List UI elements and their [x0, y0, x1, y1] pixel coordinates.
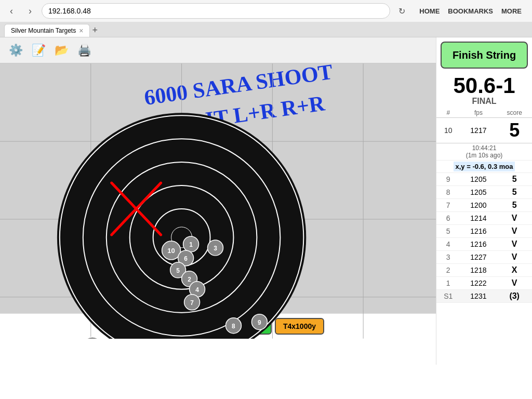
new-tab-button[interactable]: + [92, 25, 98, 36]
shot-ago: (1m 10s ago) [436, 152, 532, 159]
tab-oto-lr-t2[interactable]: Oto-LR-T2 [167, 318, 219, 335]
target-area[interactable]: 6000 SARA SHOOT WIND IT L+R R+R [0, 63, 436, 339]
highlighted-shot-num: 10 [436, 118, 460, 143]
highlighted-score: 5 [497, 118, 532, 143]
svg-point-13 [130, 185, 234, 289]
tab-t4x1000y[interactable]: T4x1000y [275, 318, 324, 335]
browser-tab[interactable]: Silver Mountain Targets × [4, 24, 90, 37]
svg-point-9 [57, 113, 306, 339]
svg-point-10 [60, 115, 303, 339]
svg-point-14 [153, 209, 210, 266]
col-fps: fps [460, 108, 497, 118]
table-row[interactable]: 5 1216 V [436, 225, 532, 238]
svg-text:1: 1 [189, 241, 193, 248]
table-row[interactable]: 3 1227 V [436, 251, 532, 264]
target-panel: ⚙️ 📝 📂 🖨️ 6000 SARA SHOOT WIND IT L+R R+… [0, 37, 436, 365]
svg-line-16 [112, 183, 161, 235]
svg-text:2: 2 [188, 276, 191, 283]
svg-point-24 [170, 262, 186, 278]
table-row[interactable]: 4 1216 V [436, 238, 532, 251]
svg-text:WIND IT L+R R+R: WIND IT L+R R+R [138, 91, 327, 141]
svg-point-32 [184, 295, 200, 310]
highlighted-details-row: 10:44:21 (1m 10s ago) [436, 143, 532, 161]
more-menu-item[interactable]: MORE [501, 7, 522, 15]
table-row[interactable]: 9 1205 5 [436, 173, 532, 186]
home-menu-item[interactable]: HOME [419, 7, 440, 15]
moa-row: x,y = -0.6, 0.3 moa [436, 161, 532, 173]
svg-point-20 [183, 236, 199, 252]
bookmarks-menu-item[interactable]: BOOKMARKS [448, 7, 493, 15]
svg-text:10: 10 [167, 247, 175, 255]
settings-button[interactable]: ⚙️ [4, 39, 27, 62]
score-display: 50.6-1 FINAL [436, 73, 532, 108]
svg-point-11 [83, 139, 281, 336]
refresh-button[interactable]: ↻ [394, 4, 409, 18]
table-row[interactable]: 2 1218 X [436, 264, 532, 277]
score-main: 50.6-1 [436, 75, 532, 97]
highlighted-fps: 1217 [460, 118, 497, 143]
finish-string-button[interactable]: Finish String [441, 42, 528, 69]
svg-point-22 [178, 250, 194, 266]
browser-menu: HOME BOOKMARKS MORE [413, 7, 528, 15]
col-num: # [436, 108, 460, 118]
svg-text:5: 5 [176, 267, 180, 274]
tab-label: Silver Mountain Targets [11, 27, 76, 34]
tab-close-button[interactable]: × [79, 26, 83, 35]
col-score: score [497, 108, 532, 118]
shot-time: 10:44:21 [436, 144, 532, 152]
bottom-tabs: Oto-LR-T1 Oto-LR-T2 T3x1000y T4x1000y [0, 313, 436, 339]
forward-button[interactable]: › [23, 4, 37, 18]
svg-point-12 [107, 162, 257, 313]
table-row[interactable]: S1 1231 (3) [436, 290, 532, 303]
svg-point-26 [182, 271, 197, 287]
score-final: FINAL [436, 97, 532, 106]
table-row[interactable]: 8 1205 5 [436, 186, 532, 199]
moa-display: x,y = -0.6, 0.3 moa [454, 162, 515, 171]
svg-text:6: 6 [184, 255, 188, 262]
svg-point-15 [171, 227, 192, 248]
app-toolbar: ⚙️ 📝 📂 🖨️ [0, 37, 436, 63]
print-button[interactable]: 🖨️ [73, 39, 96, 62]
svg-point-30 [208, 240, 223, 256]
folder-button[interactable]: 📂 [50, 39, 73, 62]
score-panel: Finish String 50.6-1 FINAL # fps score 1… [436, 37, 532, 365]
svg-text:6000 SARA SHOOT: 6000 SARA SHOOT [143, 63, 335, 110]
edit-button[interactable]: 📝 [27, 39, 50, 62]
highlighted-shot-row[interactable]: 10 1217 5 [436, 118, 532, 143]
table-row[interactable]: 6 1214 V [436, 212, 532, 225]
svg-text:4: 4 [195, 286, 199, 294]
tab-t3x1000y[interactable]: T3x1000y [222, 318, 272, 335]
back-button[interactable]: ‹ [4, 4, 19, 18]
svg-point-18 [162, 241, 181, 260]
svg-text:7: 7 [190, 299, 194, 307]
table-row[interactable]: 7 1200 5 [436, 199, 532, 212]
tab-oto-lr-t1[interactable]: Oto-LR-T1 [112, 318, 164, 335]
address-bar[interactable] [42, 3, 390, 19]
svg-point-28 [190, 282, 205, 297]
score-table: # fps score 10 1217 5 10:44:21 (1m 10s a… [436, 108, 532, 303]
table-row[interactable]: 1 1222 V [436, 277, 532, 290]
svg-line-17 [112, 183, 161, 235]
svg-text:3: 3 [214, 245, 217, 252]
